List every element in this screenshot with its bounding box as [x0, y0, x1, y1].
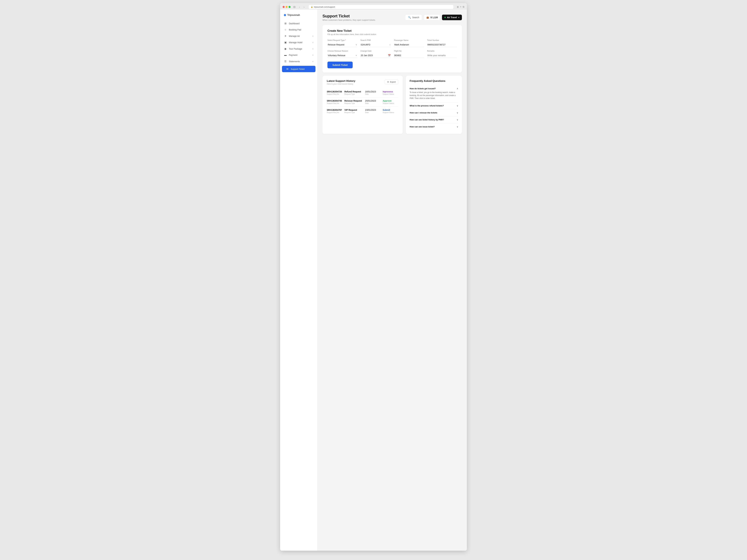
- support-req-no: SR#136354745: [327, 100, 342, 102]
- sidebar-item-label: Dashboard: [289, 22, 300, 25]
- remarks-label: Remarks: [427, 50, 457, 52]
- sidebar-item-dashboard[interactable]: ⊞ Dashboard: [280, 20, 317, 27]
- sidebar-toggle-button[interactable]: ⊡: [292, 5, 296, 9]
- chevron-down-icon: ∨: [312, 42, 314, 44]
- windows-icon[interactable]: ⧉: [463, 5, 464, 8]
- flight-no-input-wrapper: [394, 53, 424, 58]
- sidebar: Tripsunnah ⊞ Dashboard ○ Booking Pad ✈ M…: [280, 9, 317, 551]
- remarks-group: Remarks: [427, 50, 457, 58]
- sidebar-item-booking-pad[interactable]: ○ Booking Pad: [280, 27, 317, 33]
- faq-question-3[interactable]: How can see ticket history by PNR? ∨: [410, 118, 458, 121]
- page-subtitle: When customers have problems, they open …: [323, 19, 376, 21]
- req-type: Refund Request: [344, 90, 363, 93]
- search-pnr-input[interactable]: [361, 44, 389, 46]
- flight-no-input[interactable]: [394, 54, 423, 57]
- ticket-number-input[interactable]: [427, 44, 457, 46]
- chevron-down-icon: ∨: [312, 48, 314, 50]
- reissue-reason-value: Voluntary Reissue: [328, 54, 345, 57]
- create-ticket-subtitle: Fill up all the information here, then c…: [328, 33, 457, 35]
- download-icon[interactable]: ⊕: [457, 5, 459, 8]
- reissue-reason-label: Choose Reissue Reason: [328, 50, 357, 52]
- export-icon: ⬇: [387, 81, 389, 83]
- support-req-label: Support Req No: [327, 102, 342, 104]
- air-travel-button[interactable]: Air Travel ∨: [442, 15, 462, 20]
- passenger-name-input[interactable]: [394, 44, 423, 46]
- request-type-value: Reissue Request: [328, 44, 344, 46]
- maximize-button[interactable]: [288, 6, 290, 8]
- sidebar-item-support-ticket[interactable]: ✉ Support Ticket: [282, 66, 315, 72]
- export-button[interactable]: ⬇ Export: [385, 79, 398, 84]
- status-label: Support Status: [383, 102, 398, 104]
- passenger-name-label: Passanger Name: [394, 39, 424, 42]
- remarks-input[interactable]: [427, 53, 457, 58]
- status-cell: Approve Support Status: [383, 100, 398, 104]
- main-content: Support Ticket When customers have probl…: [317, 9, 467, 551]
- app-layout: Tripsunnah ⊞ Dashboard ○ Booking Pad ✈ M…: [280, 9, 467, 551]
- close-button[interactable]: [283, 6, 285, 8]
- back-button[interactable]: ‹: [298, 5, 301, 9]
- search-pnr-group: Search PNR ○: [360, 39, 391, 47]
- faq-item-2: How can I reissue the tickets ∨: [410, 109, 458, 116]
- search-label: Search: [412, 16, 419, 19]
- chevron-down-icon: ∨: [457, 118, 458, 121]
- faq-question-text: How can see ticket history by PNR?: [410, 118, 444, 121]
- sidebar-item-tour-package[interactable]: ◉ Tour Package ∨: [280, 46, 317, 52]
- support-req-no-cell: SR#136354787 Support Req No: [327, 109, 342, 113]
- support-req-label: Support Req No: [327, 111, 342, 113]
- chevron-down-icon: ∨: [457, 111, 458, 114]
- request-type-select[interactable]: Reissue Request ∨: [328, 42, 357, 47]
- faq-question-1[interactable]: What is the process refund tickets? ∨: [410, 105, 458, 107]
- minimize-button[interactable]: [286, 6, 288, 8]
- sidebar-item-payment[interactable]: ▬ Payment ∨: [280, 52, 317, 58]
- submit-ticket-button[interactable]: Submit Ticket: [328, 61, 353, 68]
- history-title-area: Latest Support History Here is your most…: [327, 79, 355, 85]
- passenger-name-group: Passanger Name: [394, 39, 424, 47]
- status-label: Support Status: [383, 93, 398, 95]
- change-date-group: Change Date 📅: [360, 50, 391, 58]
- date-label: Date: [365, 93, 381, 95]
- date-cell: 20/01/2023 Date: [365, 90, 381, 95]
- req-type-label: Request Type: [344, 93, 363, 95]
- hotel-icon: ▣: [284, 41, 287, 44]
- forward-button[interactable]: ›: [303, 5, 305, 9]
- air-travel-label: Air Travel: [447, 16, 457, 19]
- sidebar-item-label: Manage Air: [289, 35, 300, 37]
- faq-question-text: How can I reissue the tickets: [410, 111, 437, 114]
- sidebar-item-label: Support Ticket: [291, 68, 305, 70]
- faq-question-4[interactable]: How can see issue ticket? ∨: [410, 126, 458, 128]
- search-icon: 🔍: [408, 16, 411, 19]
- request-type-group: Select Request Type * Reissue Request ∨: [328, 39, 357, 47]
- history-title: Latest Support History: [327, 79, 355, 83]
- ticket-number-group: Ticket Number: [427, 39, 457, 47]
- sidebar-item-manage-air[interactable]: ✈ Manage Air ∨: [280, 33, 317, 39]
- sidebar-item-manage-hotel[interactable]: ▣ Manage Hotel ∨: [280, 39, 317, 46]
- sidebar-item-label: Tour Package: [289, 48, 302, 50]
- search-button[interactable]: 🔍 Search: [405, 15, 422, 20]
- faq-question-text: What is the process refund tickets?: [410, 105, 444, 107]
- support-req-label: Support Req No: [327, 93, 342, 95]
- faq-question-0[interactable]: How do tickets get issued? ∧: [410, 87, 458, 90]
- browser-actions: ⊕ + ⧉: [457, 5, 464, 8]
- faq-question-2[interactable]: How can I reissue the tickets ∨: [410, 111, 458, 114]
- create-ticket-card: Create New Ticket Fill up all the inform…: [323, 25, 462, 73]
- reissue-reason-select[interactable]: Voluntary Reissue ∨: [328, 53, 357, 58]
- sidebar-item-label: Payment: [289, 54, 298, 56]
- address-bar[interactable]: 🔒 tripsunnah.com/support: [308, 5, 454, 9]
- table-row: SR#136354726 Support Req No Refund Reque…: [327, 88, 398, 97]
- logo-icon: [284, 14, 286, 16]
- add-tab-icon[interactable]: +: [460, 5, 461, 8]
- chevron-down-icon: ∨: [356, 44, 357, 46]
- sidebar-item-statements[interactable]: ☰ Statements ∨: [280, 58, 317, 64]
- req-type-label: Request Type: [344, 111, 363, 113]
- faq-question-text: How can see issue ticket?: [410, 126, 435, 128]
- chevron-down-icon: ∨: [457, 126, 458, 128]
- table-row: SR#136354745 Support Req No Reissue Requ…: [327, 97, 398, 107]
- chevron-up-icon: ∧: [457, 87, 458, 90]
- change-date-input[interactable]: [361, 54, 388, 57]
- wallet-button[interactable]: 👜 $ 1,120: [424, 15, 440, 20]
- faq-title: Frequently Asked Questions: [410, 79, 458, 83]
- browser-chrome: ⊡ ‹ › 🔒 tripsunnah.com/support ⊕ + ⧉: [280, 3, 467, 9]
- status-cell: Submit Support Status: [383, 109, 398, 113]
- history-card: Latest Support History Here is your most…: [323, 76, 403, 134]
- payment-icon: ▬: [284, 54, 287, 56]
